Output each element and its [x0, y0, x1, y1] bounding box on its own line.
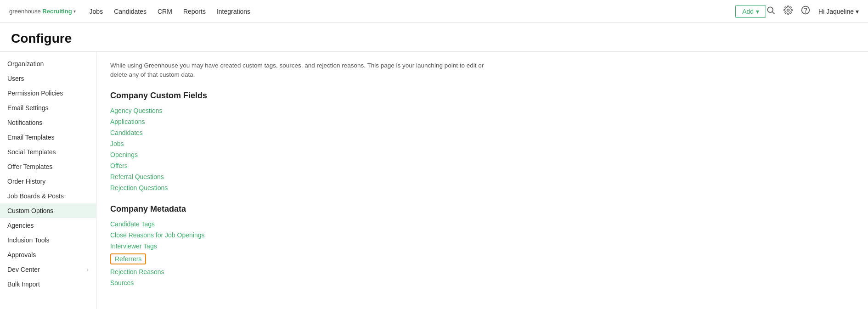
sidebar-item-offer-templates[interactable]: Offer Templates [0, 159, 96, 174]
list-item-offers: Offers [110, 162, 854, 169]
list-item-rejection-questions: Rejection Questions [110, 184, 854, 191]
list-item-openings: Openings [110, 151, 854, 158]
list-item-referrers: Referrers [110, 253, 854, 264]
logo-greenhouse-text: greenhouse Recruiting [9, 8, 72, 15]
sidebar-item-permission-policies[interactable]: Permission Policies [0, 86, 96, 101]
list-item-agency-questions: Agency Questions [110, 107, 854, 114]
page-header: Configure [0, 23, 868, 52]
main-layout: Organization Users Permission Policies E… [0, 52, 868, 309]
sidebar-item-notifications[interactable]: Notifications [0, 115, 96, 130]
candidate-tags-link[interactable]: Candidate Tags [110, 220, 155, 228]
topnav-right: Hi Jaqueline ▾ [766, 6, 859, 17]
referrers-link[interactable]: Referrers [110, 253, 146, 264]
sidebar: Organization Users Permission Policies E… [0, 52, 96, 309]
list-item-close-reasons: Close Reasons for Job Openings [110, 231, 854, 239]
company-metadata-title: Company Metadata [110, 204, 854, 214]
sidebar-item-email-templates[interactable]: Email Templates [0, 130, 96, 145]
list-item-sources: Sources [110, 279, 854, 287]
nav-integrations[interactable]: Integrations [217, 8, 250, 15]
nav-crm[interactable]: CRM [158, 8, 172, 15]
rejection-reasons-link[interactable]: Rejection Reasons [110, 268, 164, 275]
jobs-link[interactable]: Jobs [110, 140, 124, 147]
sidebar-item-order-history[interactable]: Order History [0, 174, 96, 189]
openings-link[interactable]: Openings [110, 151, 138, 158]
applications-link[interactable]: Applications [110, 118, 145, 125]
interviewer-tags-link[interactable]: Interviewer Tags [110, 242, 157, 250]
dev-center-chevron-icon: › [87, 267, 89, 272]
sidebar-item-agencies[interactable]: Agencies [0, 218, 96, 233]
close-reasons-link[interactable]: Close Reasons for Job Openings [110, 231, 204, 239]
agency-questions-link[interactable]: Agency Questions [110, 107, 163, 114]
logo[interactable]: greenhouse Recruiting ▾ [9, 8, 76, 15]
metadata-list: Candidate Tags Close Reasons for Job Ope… [110, 220, 854, 287]
referral-questions-link[interactable]: Referral Questions [110, 173, 164, 180]
nav-reports[interactable]: Reports [183, 8, 206, 15]
candidates-link[interactable]: Candidates [110, 129, 143, 136]
nav-candidates[interactable]: Candidates [114, 8, 147, 15]
svg-point-2 [787, 9, 789, 11]
rejection-questions-link[interactable]: Rejection Questions [110, 184, 168, 191]
sidebar-item-bulk-import[interactable]: Bulk Import [0, 277, 96, 292]
svg-line-1 [772, 12, 775, 14]
sources-link[interactable]: Sources [110, 279, 134, 287]
list-item-rejection-reasons: Rejection Reasons [110, 268, 854, 275]
add-button-label: Add [742, 8, 754, 15]
list-item-applications: Applications [110, 118, 854, 125]
sidebar-item-organization[interactable]: Organization [0, 56, 96, 71]
gear-icon[interactable] [783, 6, 793, 17]
user-greeting[interactable]: Hi Jaqueline ▾ [818, 8, 859, 15]
sidebar-item-users[interactable]: Users [0, 71, 96, 86]
top-navigation: greenhouse Recruiting ▾ Jobs Candidates … [0, 0, 868, 23]
logo-chevron-icon: ▾ [73, 9, 76, 14]
search-icon[interactable] [766, 6, 775, 17]
sidebar-item-custom-options[interactable]: Custom Options [0, 203, 96, 218]
sidebar-item-email-settings[interactable]: Email Settings [0, 101, 96, 115]
sidebar-item-dev-center[interactable]: Dev Center › [0, 262, 96, 277]
company-custom-fields-title: Company Custom Fields [110, 91, 854, 101]
list-item-interviewer-tags: Interviewer Tags [110, 242, 854, 250]
list-item-candidates: Candidates [110, 129, 854, 136]
main-content: While using Greenhouse you may have crea… [96, 52, 868, 309]
list-item-candidate-tags: Candidate Tags [110, 220, 854, 228]
sidebar-item-social-templates[interactable]: Social Templates [0, 145, 96, 159]
add-button[interactable]: Add ▾ [735, 5, 766, 18]
page-title: Configure [11, 31, 857, 46]
sidebar-item-job-boards-posts[interactable]: Job Boards & Posts [0, 189, 96, 203]
svg-point-0 [767, 7, 773, 12]
custom-fields-list: Agency Questions Applications Candidates… [110, 107, 854, 191]
user-caret-icon: ▾ [856, 8, 859, 15]
list-item-jobs: Jobs [110, 140, 854, 147]
description-text: While using Greenhouse you may have crea… [110, 61, 487, 80]
sidebar-item-inclusion-tools[interactable]: Inclusion Tools [0, 233, 96, 247]
offers-link[interactable]: Offers [110, 162, 128, 169]
nav-links: Jobs Candidates CRM Reports Integrations [90, 8, 736, 15]
nav-jobs[interactable]: Jobs [90, 8, 103, 15]
list-item-referral-questions: Referral Questions [110, 173, 854, 180]
help-icon[interactable] [801, 6, 810, 17]
sidebar-item-approvals[interactable]: Approvals [0, 247, 96, 262]
add-button-chevron: ▾ [756, 8, 759, 15]
